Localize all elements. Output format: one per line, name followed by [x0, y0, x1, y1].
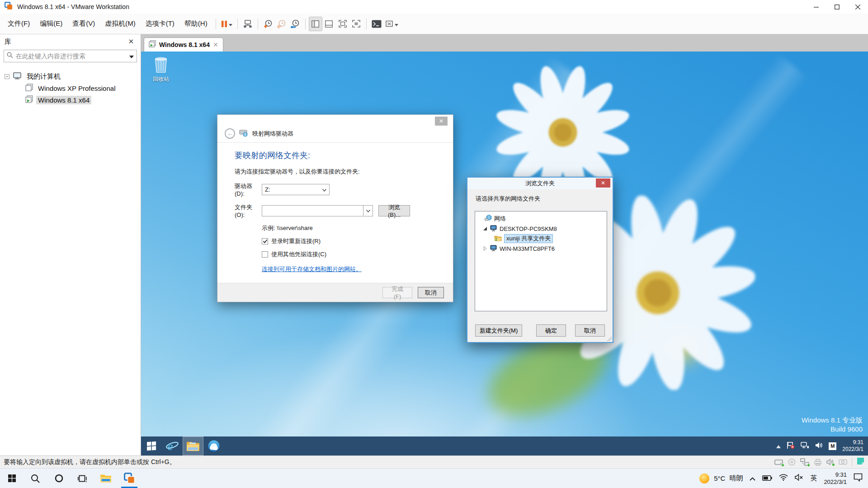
tree-item-vm-xp[interactable]: Windows XP Professional — [0, 82, 141, 94]
vm-tab-windows81[interactable]: Windows 8.1 x64 ✕ — [144, 38, 223, 52]
guest-start-button[interactable] — [141, 436, 162, 455]
drive-label: 驱动器(D): — [235, 182, 262, 197]
tree-item-desktop-pc9skm8[interactable]: DESKTOP-PC9SKM8 — [477, 224, 605, 234]
free-stretch-button[interactable] — [383, 17, 400, 31]
tree-item-label: Windows XP Professional — [36, 84, 117, 93]
action-center-icon[interactable] — [854, 473, 863, 483]
snapshot-manager-button[interactable] — [288, 17, 302, 31]
menu-file[interactable]: 文件(F) — [3, 17, 35, 31]
back-button[interactable]: ← — [225, 128, 235, 139]
computer-icon — [13, 72, 22, 81]
close-button[interactable] — [847, 0, 868, 14]
collapsed-arrow-icon[interactable] — [482, 246, 488, 251]
minimize-button[interactable] — [806, 0, 826, 14]
tab-close-icon[interactable]: ✕ — [213, 41, 218, 48]
menu-vm[interactable]: 虚拟机(M) — [100, 17, 141, 31]
drive-select[interactable]: Z: — [262, 184, 330, 195]
toolbar-separator — [305, 19, 306, 29]
host-clock[interactable]: 9:31 2022/3/1 — [824, 471, 847, 486]
website-link[interactable]: 连接到可用于存储文档和图片的网站。 — [262, 265, 362, 273]
sound-status-icon[interactable] — [826, 459, 834, 465]
hidden-icons-chevron[interactable] — [750, 474, 755, 483]
cortana-icon[interactable] — [47, 469, 71, 488]
browse-button[interactable]: 浏览(B)... — [378, 205, 410, 216]
webcam-status-icon[interactable] — [839, 459, 847, 465]
new-folder-button[interactable]: 新建文件夹(M) — [475, 324, 522, 337]
show-thumbnail-bar-button[interactable] — [322, 17, 336, 31]
finish-button[interactable]: 完成(F) — [382, 287, 412, 298]
network-tray-icon[interactable] — [801, 442, 809, 450]
guest-clock[interactable]: 9:31 2022/3/1 — [842, 439, 863, 453]
host-start-button[interactable] — [0, 469, 24, 488]
expanded-arrow-icon[interactable] — [482, 227, 488, 230]
browser-icon[interactable] — [203, 436, 224, 455]
menu-edit[interactable]: 编辑(E) — [35, 17, 67, 31]
maximize-button[interactable] — [826, 0, 847, 14]
collapse-expander-icon[interactable] — [5, 74, 9, 79]
internet-explorer-icon[interactable]: e — [162, 436, 183, 455]
guest-ime-indicator[interactable]: M — [829, 442, 836, 450]
tree-item-my-computer[interactable]: 我的计算机 — [0, 70, 141, 82]
vmware-statusbar: 要将输入定向到该虚拟机，请在虚拟机内部单击或按 Ctrl+G。 — [0, 455, 868, 468]
volume-tray-icon[interactable] — [815, 442, 823, 450]
pause-dropdown-icon[interactable] — [229, 20, 232, 28]
dialog-close-button[interactable]: ✕ — [596, 178, 610, 188]
recycle-bin[interactable]: 回收站 — [148, 55, 174, 83]
host-ime-indicator[interactable]: 英 — [810, 474, 817, 483]
stretch-dropdown-icon[interactable] — [395, 20, 398, 28]
menu-help[interactable]: 帮助(H) — [179, 17, 212, 31]
wifi-icon[interactable] — [779, 474, 788, 483]
weather-widget[interactable]: 5°C 晴朗 — [699, 473, 743, 484]
cancel-button[interactable]: 取消 — [418, 287, 444, 298]
cd-rom-status-icon[interactable] — [788, 458, 796, 466]
credentials-checkbox-row[interactable]: 使用其他凭据连接(C) — [262, 250, 453, 258]
search-dropdown-icon[interactable] — [129, 52, 134, 60]
network-adapter-status-icon[interactable] — [800, 458, 809, 466]
printer-status-icon[interactable] — [814, 459, 822, 466]
volume-muted-icon[interactable] — [795, 474, 803, 483]
computer-icon — [490, 245, 497, 253]
guest-time: 9:31 — [842, 439, 863, 446]
file-explorer-icon[interactable] — [183, 436, 203, 455]
tree-item-vm-win81[interactable]: Windows 8.1 x64 — [0, 94, 141, 106]
folder-path-input[interactable] — [262, 205, 363, 216]
guest-desktop[interactable]: 回收站 Windows 8.1 专业版 Build 9600 ✕ ← — [141, 52, 868, 455]
ok-button[interactable]: 确定 — [536, 324, 566, 337]
fullscreen-button[interactable] — [336, 17, 349, 31]
task-view-icon[interactable] — [71, 469, 94, 488]
tree-item-xuniji-share[interactable]: xuniji 共享文件夹 — [477, 234, 605, 244]
dialog-close-button[interactable]: ✕ — [435, 117, 448, 126]
host-file-explorer-icon[interactable] — [94, 469, 118, 488]
hidden-icons-arrow[interactable] — [776, 442, 781, 450]
library-search-input[interactable] — [16, 52, 129, 60]
folder-combo-dropdown[interactable] — [363, 205, 373, 216]
resize-grip[interactable] — [607, 337, 612, 341]
checkbox-checked-icon[interactable] — [262, 238, 268, 244]
tree-item-win-m33mtc8pft6[interactable]: WIN-M33MTC8PFT6 — [477, 244, 605, 253]
hard-disk-status-icon[interactable] — [774, 459, 783, 466]
vmware-taskbar-icon[interactable] — [118, 469, 141, 488]
battery-icon[interactable] — [762, 474, 772, 483]
action-center-flag-icon[interactable] — [787, 441, 795, 451]
tree-item-label: 我的计算机 — [25, 72, 62, 81]
statusbar-separator — [852, 458, 852, 466]
menu-view[interactable]: 查看(V) — [67, 17, 100, 31]
console-view-button[interactable] — [370, 17, 383, 31]
host-search-icon[interactable] — [24, 469, 47, 488]
pause-vm-button[interactable] — [219, 17, 234, 31]
library-close-icon[interactable]: ✕ — [126, 38, 136, 46]
checkbox-unchecked-icon[interactable] — [262, 251, 268, 258]
tree-item-network[interactable]: 网络 — [477, 214, 605, 224]
take-snapshot-button[interactable] — [261, 17, 275, 31]
vm-running-icon — [25, 95, 33, 104]
unity-mode-button[interactable] — [349, 17, 363, 31]
cancel-button[interactable]: 取消 — [575, 324, 605, 337]
toolbar-separator — [366, 19, 367, 29]
reconnect-checkbox-row[interactable]: 登录时重新连接(R) — [262, 237, 453, 245]
menu-tabs[interactable]: 选项卡(T) — [141, 17, 179, 31]
message-log-icon[interactable] — [857, 457, 864, 467]
watermark-edition: Windows 8.1 专业版 — [802, 416, 863, 425]
send-ctrl-alt-del-button[interactable] — [241, 17, 255, 31]
show-library-button[interactable] — [309, 17, 322, 31]
revert-snapshot-button[interactable] — [275, 17, 288, 31]
